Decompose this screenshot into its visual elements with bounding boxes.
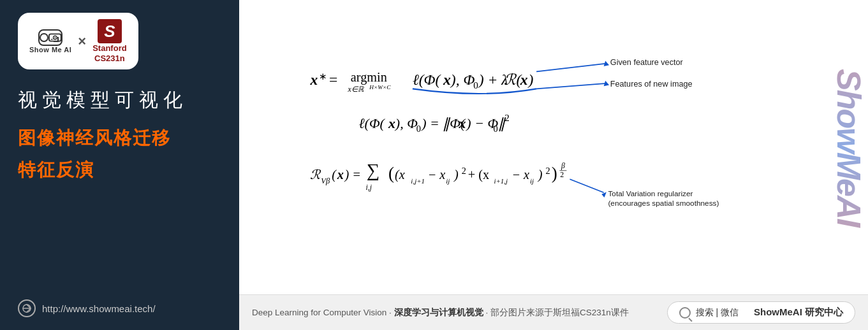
svg-text:), Φ: ), Φ (450, 72, 475, 89)
cross-symbol: × (78, 33, 86, 50)
svg-text:): ) (453, 168, 459, 183)
search-text: 搜索 | 微信 (696, 307, 739, 319)
svg-text:ℓ(Φ(: ℓ(Φ( (413, 72, 442, 89)
svg-text:x: x (337, 168, 344, 182)
svg-text:), Φ: ), Φ (394, 115, 418, 131)
bottom-text-source: · 部分图片来源于斯坦福CS231n课件 (485, 308, 628, 317)
svg-text:=: = (329, 72, 337, 89)
showmeai-logo: Show Me AI (29, 29, 71, 54)
sidebar: Show Me AI × S Stanford CS231n 视觉模型可视化 图… (0, 0, 239, 330)
svg-marker-60 (601, 192, 607, 197)
bottom-text-zh: 深度学习与计算机视觉 (394, 308, 483, 317)
svg-text:(x: (x (395, 168, 405, 183)
svg-marker-20 (604, 61, 609, 66)
bottom-bar: Deep Learning for Computer Vision · 深度学习… (239, 294, 868, 330)
svg-text:2: 2 (545, 166, 550, 176)
svg-text:− x: − x (428, 168, 446, 182)
svg-text:(: ( (388, 164, 394, 183)
svg-text:) =: ) = (344, 168, 360, 183)
svg-text:) + λ: ) + λ (478, 72, 508, 89)
svg-point-1 (53, 36, 57, 39)
svg-text:− x: − x (511, 168, 529, 182)
svg-text:Features of new image: Features of new image (610, 80, 693, 89)
svg-text:β: β (561, 162, 565, 171)
svg-text:(encourages spatial smoothness: (encourages spatial smoothness) (608, 199, 719, 208)
main-area: x ∗ = argmin x∈ℝ H×W×C ℓ(Φ( x ), Φ 0 ) +… (239, 0, 868, 294)
svg-text:): ) (527, 72, 533, 89)
svg-text:(: ( (332, 168, 337, 183)
svg-text:x: x (309, 72, 318, 89)
svg-rect-0 (48, 34, 61, 41)
svg-text:x∈ℝ: x∈ℝ (348, 85, 364, 94)
content-area: x ∗ = argmin x∈ℝ H×W×C ℓ(Φ( x ), Φ 0 ) +… (239, 0, 868, 330)
svg-text:2: 2 (462, 166, 466, 176)
svg-text:): ) (552, 164, 557, 183)
svg-text:∑: ∑ (367, 160, 379, 181)
search-brand: ShowMeAI 研究中心 (754, 306, 843, 319)
svg-text:ij: ij (446, 177, 450, 185)
svg-text:x: x (388, 115, 395, 131)
svg-line-19 (536, 64, 607, 72)
svg-text:x: x (520, 72, 528, 89)
svg-text:ij: ij (530, 177, 534, 185)
svg-text:+ (x: + (x (468, 168, 489, 183)
subtitle2: 特征反演 (18, 158, 221, 182)
svg-text:H×W×C: H×W×C (369, 85, 391, 91)
svg-line-59 (570, 180, 603, 193)
stanford-s-icon: S (98, 19, 122, 43)
math-formulas: x ∗ = argmin x∈ℝ H×W×C ℓ(Φ( x ), Φ 0 ) +… (305, 55, 790, 238)
svg-text:∗: ∗ (319, 71, 327, 82)
main-title: 视觉模型可视化 (18, 87, 221, 112)
website-link[interactable]: http://www.showmeai.tech/ (18, 299, 156, 317)
svg-text:ℛ: ℛ (310, 168, 321, 182)
svg-text:Vβ: Vβ (321, 176, 330, 185)
svg-text:2: 2 (560, 170, 564, 179)
stanford-logo: S Stanford CS231n (92, 19, 126, 63)
svg-text:Given feature vector: Given feature vector (610, 59, 683, 68)
svg-point-2 (54, 37, 55, 38)
svg-text:argmin: argmin (351, 70, 387, 85)
svg-text:x: x (459, 115, 466, 131)
bottom-attribution: Deep Learning for Computer Vision · 深度学习… (252, 307, 629, 319)
svg-text:ℓ(Φ(: ℓ(Φ( (358, 115, 385, 131)
showmeai-label: Show Me AI (29, 46, 71, 54)
svg-line-22 (536, 83, 607, 89)
svg-text:x: x (443, 72, 451, 89)
svg-text:i,j: i,j (365, 183, 372, 192)
svg-text:0: 0 (473, 80, 478, 91)
svg-text:i,j+1: i,j+1 (411, 177, 425, 185)
svg-text:2: 2 (504, 112, 510, 123)
svg-text:): ) (538, 168, 543, 183)
search-icon (679, 307, 691, 319)
link-icon (18, 299, 36, 317)
search-box[interactable]: 搜索 | 微信 ShowMeAI 研究中心 (667, 301, 855, 324)
svg-text:i+1,j: i+1,j (494, 177, 508, 185)
bottom-text-en: Deep Learning for Computer Vision · (252, 308, 394, 317)
stanford-text: Stanford CS231n (92, 43, 126, 63)
logo-area: Show Me AI × S Stanford CS231n (18, 13, 138, 69)
svg-text:0: 0 (494, 124, 498, 134)
svg-text:Total Variation regularizer: Total Variation regularizer (608, 190, 693, 199)
showmeai-icon (38, 29, 63, 46)
watermark: ShowMeAI (830, 0, 868, 294)
website-url: http://www.showmeai.tech/ (42, 303, 156, 314)
svg-text:0: 0 (416, 124, 421, 134)
subtitle1: 图像神经风格迁移 (18, 126, 221, 150)
